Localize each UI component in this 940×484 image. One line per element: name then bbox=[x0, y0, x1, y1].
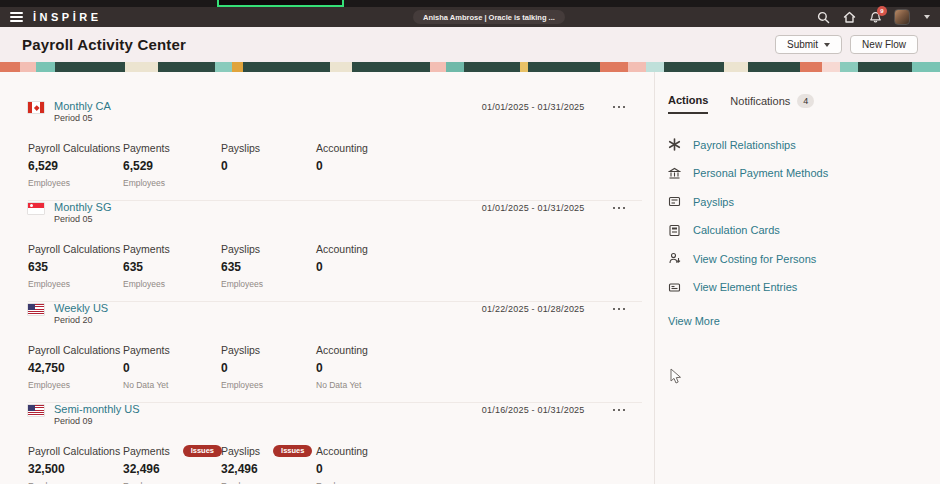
search-icon[interactable] bbox=[816, 10, 830, 24]
stat-payslips[interactable]: Payslips Issues 32,496 Employees bbox=[221, 445, 316, 484]
notifications-bell-icon[interactable]: 9 bbox=[868, 10, 882, 24]
notifications-tab-badge: 4 bbox=[797, 94, 814, 108]
action-view-costing-for-persons[interactable]: View Costing for Persons bbox=[668, 252, 924, 265]
flow-title-link[interactable]: Semi-monthly US bbox=[54, 403, 140, 415]
flow-date-range: 01/16/2025 - 01/31/2025 bbox=[482, 405, 585, 415]
page-title: Payroll Activity Center bbox=[22, 36, 186, 53]
content-area: Monthly CA Period 05 01/01/2025 - 01/31/… bbox=[0, 72, 940, 484]
action-payslips[interactable]: Payslips bbox=[668, 195, 924, 208]
action-payroll-relationships[interactable]: Payroll Relationships bbox=[668, 138, 924, 151]
card-menu-ellipsis-icon[interactable] bbox=[611, 305, 628, 314]
call-status-pill[interactable]: Anisha Ambrose | Oracle is talking ... bbox=[413, 10, 565, 24]
tab-actions[interactable]: Actions bbox=[668, 94, 708, 114]
app-logo: İNSPİRE bbox=[33, 11, 102, 23]
chevron-down-icon[interactable] bbox=[924, 15, 930, 19]
page-header: Payroll Activity Center Submit New Flow bbox=[0, 27, 940, 62]
flow-date-range: 01/01/2025 - 01/31/2025 bbox=[482, 102, 585, 112]
actions-list: Payroll Relationships Personal Payment M… bbox=[668, 138, 924, 294]
flow-period: Period 05 bbox=[54, 112, 111, 124]
flow-period: Period 09 bbox=[54, 415, 140, 427]
stat-accounting[interactable]: Accounting 0 bbox=[316, 142, 411, 188]
action-view-element-entries[interactable]: View Element Entries bbox=[668, 281, 924, 294]
stat-payslips[interactable]: Payslips 0 bbox=[221, 142, 316, 188]
stat-accounting[interactable]: Accounting 0 bbox=[316, 243, 411, 289]
stat-payments[interactable]: Payments Issues 32,496 Employees bbox=[123, 445, 221, 484]
payroll-card-monthly-sg: Monthly SG Period 05 01/01/2025 - 01/31/… bbox=[28, 201, 642, 302]
payroll-card-monthly-ca: Monthly CA Period 05 01/01/2025 - 01/31/… bbox=[28, 100, 642, 201]
user-avatar[interactable] bbox=[894, 9, 910, 25]
bank-icon bbox=[668, 167, 681, 180]
flag-united-states-icon bbox=[28, 405, 44, 416]
flow-date-range: 01/22/2025 - 01/28/2025 bbox=[482, 304, 585, 314]
screen-share-indicator bbox=[217, 0, 344, 7]
payroll-card-weekly-us: Weekly US Period 20 01/22/2025 - 01/28/2… bbox=[28, 302, 642, 403]
aside-tabs: Actions Notifications 4 bbox=[668, 94, 924, 114]
stat-payments[interactable]: Payments 635 Employees bbox=[123, 243, 221, 289]
payroll-flows-list: Monthly CA Period 05 01/01/2025 - 01/31/… bbox=[0, 72, 655, 484]
submit-button[interactable]: Submit bbox=[775, 35, 842, 54]
issues-badge[interactable]: Issues bbox=[273, 445, 312, 457]
decorative-banner bbox=[0, 62, 940, 72]
flow-title-link[interactable]: Monthly SG bbox=[54, 201, 111, 213]
flag-singapore-icon bbox=[28, 203, 44, 214]
home-icon[interactable] bbox=[842, 10, 856, 24]
flow-date-range: 01/01/2025 - 01/31/2025 bbox=[482, 203, 585, 213]
flag-canada-icon bbox=[28, 102, 44, 113]
flow-title-link[interactable]: Weekly US bbox=[54, 302, 108, 314]
card-menu-ellipsis-icon[interactable] bbox=[611, 103, 628, 112]
stat-accounting[interactable]: Accounting 0 Employees bbox=[316, 445, 411, 484]
stat-payslips[interactable]: Payslips 635 Employees bbox=[221, 243, 316, 289]
action-personal-payment-methods[interactable]: Personal Payment Methods bbox=[668, 167, 924, 180]
tab-notifications[interactable]: Notifications 4 bbox=[730, 94, 814, 114]
system-strip bbox=[0, 0, 940, 7]
stat-payslips[interactable]: Payslips 0 Employees bbox=[221, 344, 316, 390]
payroll-card-semi-monthly-us: Semi-monthly US Period 09 01/16/2025 - 0… bbox=[28, 403, 642, 484]
view-more-link[interactable]: View More bbox=[668, 315, 720, 327]
stat-payments[interactable]: Payments 6,529 Employees bbox=[123, 142, 221, 188]
stat-payroll-calculations[interactable]: Payroll Calculations 635 Employees bbox=[28, 243, 123, 289]
stat-payroll-calculations[interactable]: Payroll Calculations 42,750 Employees bbox=[28, 344, 123, 390]
submit-dropdown-caret-icon bbox=[824, 43, 830, 47]
top-app-bar: İNSPİRE Anisha Ambrose | Oracle is talki… bbox=[0, 7, 940, 27]
stat-payroll-calculations[interactable]: Payroll Calculations 6,529 Employees bbox=[28, 142, 123, 188]
action-calculation-cards[interactable]: Calculation Cards bbox=[668, 224, 924, 237]
flag-united-states-icon bbox=[28, 304, 44, 315]
card-menu-ellipsis-icon[interactable] bbox=[611, 204, 628, 213]
flow-period: Period 05 bbox=[54, 213, 111, 225]
stat-payments[interactable]: Payments 0 No Data Yet bbox=[123, 344, 221, 390]
calculation-card-icon bbox=[668, 224, 681, 237]
issues-badge[interactable]: Issues bbox=[183, 445, 222, 457]
stat-accounting[interactable]: Accounting 0 No Data Yet bbox=[316, 344, 411, 390]
person-costing-icon bbox=[668, 252, 681, 265]
card-menu-ellipsis-icon[interactable] bbox=[611, 406, 628, 415]
relationships-asterisk-icon bbox=[668, 138, 681, 151]
flow-title-link[interactable]: Monthly CA bbox=[54, 100, 111, 112]
payslip-icon bbox=[668, 195, 681, 208]
actions-panel: Actions Notifications 4 Payroll Relation… bbox=[655, 72, 940, 484]
new-flow-button[interactable]: New Flow bbox=[850, 35, 918, 54]
notification-count-badge: 9 bbox=[877, 6, 887, 16]
flow-period: Period 20 bbox=[54, 314, 108, 326]
element-entries-icon bbox=[668, 281, 681, 294]
stat-payroll-calculations[interactable]: Payroll Calculations 32,500 Employees bbox=[28, 445, 123, 484]
hamburger-menu-icon[interactable] bbox=[10, 12, 23, 22]
